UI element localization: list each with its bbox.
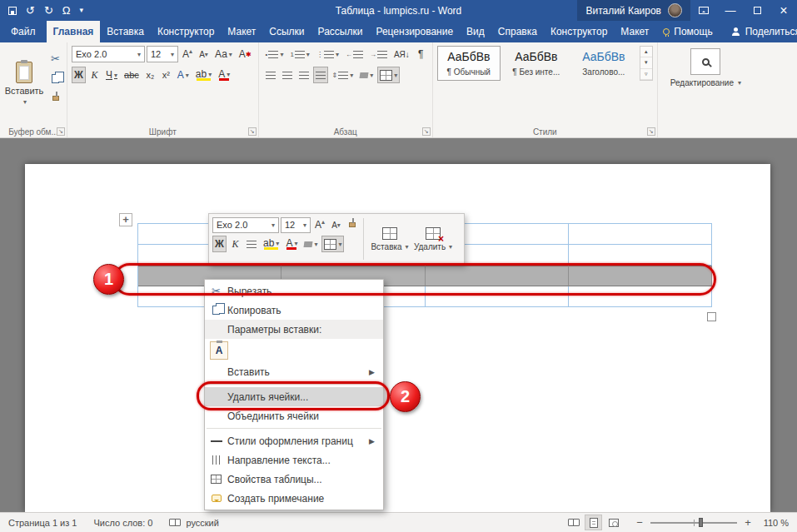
table-cell[interactable] (569, 224, 712, 245)
ribbon-display-options-icon[interactable] (690, 0, 717, 21)
account-block[interactable]: Виталий Каиров (577, 0, 690, 21)
maximize-button[interactable] (744, 0, 770, 21)
mini-shrink-font-button[interactable]: А▾ (329, 216, 343, 233)
menu-item-border-styles[interactable]: Стили оформления границ ▶ (205, 431, 383, 450)
tab-table-design[interactable]: Конструктор (544, 21, 614, 42)
mini-italic-button[interactable]: К (228, 236, 242, 252)
tab-design[interactable]: Конструктор (151, 21, 221, 42)
word-count[interactable]: Число слов: 0 (93, 518, 152, 528)
tab-mailings[interactable]: Рассылки (311, 21, 370, 42)
zoom-slider-handle[interactable] (699, 518, 703, 527)
share-button[interactable]: Поделиться (720, 21, 797, 42)
italic-button[interactable]: К (87, 67, 102, 83)
align-center-button[interactable] (280, 67, 295, 83)
menu-item-insert[interactable]: Вставить ▶ (205, 362, 383, 381)
subscript-button[interactable]: x₂ (143, 67, 157, 83)
highlight-color-button[interactable]: ab▾ (193, 67, 214, 83)
undo-icon[interactable]: ↺ (26, 5, 35, 16)
menu-item-text-direction[interactable]: Направление текста... (205, 450, 383, 470)
minimize-button[interactable]: — (717, 0, 744, 21)
tab-table-layout[interactable]: Макет (614, 21, 655, 42)
help-button[interactable]: Помощь (655, 21, 720, 42)
mini-font-color-button[interactable]: А▾ (283, 236, 300, 252)
multilevel-list-button[interactable]: ⋮▾ (314, 46, 341, 62)
avatar[interactable] (668, 3, 682, 17)
mini-shading-button[interactable]: ▾ (301, 236, 320, 252)
mini-highlight-button[interactable]: ab▾ (261, 236, 281, 252)
close-button[interactable]: × (770, 0, 797, 21)
styles-dialog-launcher[interactable]: ↘ (647, 127, 655, 136)
table-move-handle[interactable]: + (119, 213, 132, 226)
scroll-down-icon[interactable]: ▾ (640, 57, 652, 68)
align-right-button[interactable] (296, 67, 311, 83)
font-color-button[interactable]: А▾ (216, 67, 232, 83)
omega-symbol-icon[interactable]: Ω (62, 5, 71, 16)
text-effects-button[interactable]: А▾ (175, 67, 192, 83)
mini-font-size-select[interactable]: 12▾ (281, 217, 311, 233)
scroll-up-icon[interactable]: ▴ (640, 47, 652, 57)
style-no-spacing[interactable]: АаБбВв ¶ Без инте... (505, 46, 568, 81)
tab-view[interactable]: Вид (460, 21, 491, 42)
clear-formatting-button[interactable]: А✱ (237, 46, 254, 62)
tab-references[interactable]: Ссылки (262, 21, 311, 42)
tab-help-ref[interactable]: Справка (491, 21, 544, 42)
format-painter-button[interactable] (48, 90, 62, 107)
mini-font-name-select[interactable]: Exo 2.0▾ (212, 217, 279, 233)
zoom-level[interactable]: 110 % (759, 518, 789, 528)
borders-button[interactable]: ▾ (377, 67, 400, 83)
save-icon[interactable] (8, 7, 17, 15)
menu-paste-option-keep-text[interactable]: А (205, 339, 383, 362)
tab-layout[interactable]: Макет (221, 21, 262, 42)
mini-styles-button[interactable] (244, 236, 259, 252)
zoom-out-button[interactable]: − (635, 516, 645, 529)
tab-review[interactable]: Рецензирование (369, 21, 460, 42)
mini-insert-button[interactable]: Вставка▾ (368, 216, 411, 261)
language-indicator[interactable]: русский (169, 518, 218, 528)
print-layout-button[interactable] (585, 515, 602, 530)
font-dialog-launcher[interactable]: ↘ (248, 127, 257, 136)
bullets-button[interactable]: •▾ (263, 46, 286, 62)
mini-grow-font-button[interactable]: А▴ (312, 216, 327, 233)
sort-button[interactable]: АЯ↓ (391, 46, 412, 62)
decrease-indent-button[interactable]: ← (343, 46, 366, 62)
superscript-button[interactable]: x² (159, 67, 173, 83)
strikethrough-button[interactable]: abc (122, 67, 142, 83)
font-size-select[interactable]: 12▾ (147, 46, 178, 62)
customize-qat-icon[interactable]: ▾ (80, 7, 84, 14)
increase-indent-button[interactable]: → (367, 46, 390, 62)
editing-menu-button[interactable]: Редактирование ▾ (670, 78, 741, 87)
change-case-button[interactable]: Аа▾ (212, 46, 235, 62)
mini-format-painter-button[interactable] (345, 216, 359, 233)
table-resize-handle[interactable] (707, 312, 716, 321)
web-layout-button[interactable] (605, 515, 622, 530)
grow-font-button[interactable]: А▴ (180, 46, 195, 62)
paragraph-dialog-launcher[interactable]: ↘ (422, 127, 431, 136)
mini-delete-button[interactable]: Удалить▾ (411, 216, 455, 261)
page-indicator[interactable]: Страница 1 из 1 (8, 518, 77, 528)
read-mode-button[interactable] (565, 515, 582, 530)
mini-bold-button[interactable]: Ж (212, 236, 227, 252)
paste-button[interactable]: Вставить ▾ (4, 46, 44, 121)
style-heading1[interactable]: АаБбВв Заголово... (572, 46, 635, 81)
styles-gallery-expand-icon[interactable]: ▿ (640, 69, 652, 80)
bold-button[interactable]: Ж (72, 67, 86, 83)
cut-button[interactable]: ✂ (48, 50, 62, 67)
font-name-select[interactable]: Exo 2.0▾ (72, 46, 145, 62)
zoom-in-button[interactable]: + (743, 516, 753, 529)
align-left-button[interactable] (263, 67, 278, 83)
shading-button[interactable]: ▾ (357, 67, 376, 83)
menu-item-new-comment[interactable]: Создать примечание (205, 489, 383, 508)
menu-item-copy[interactable]: Копировать (205, 301, 383, 320)
underline-button[interactable]: Ч▾ (103, 67, 120, 83)
numbering-button[interactable]: 1▾ (287, 46, 311, 62)
tab-home[interactable]: Главная (47, 21, 101, 42)
line-spacing-button[interactable]: ⇕▾ (330, 67, 356, 83)
mini-borders-button[interactable]: ▾ (321, 236, 344, 252)
shrink-font-button[interactable]: А▾ (197, 46, 211, 62)
justify-button[interactable] (313, 67, 328, 83)
zoom-slider[interactable] (650, 522, 737, 524)
pilcrow-button[interactable]: ¶ (414, 46, 428, 62)
redo-icon[interactable]: ↻ (44, 5, 53, 16)
style-normal[interactable]: АаБбВв ¶ Обычный (437, 46, 501, 81)
tab-insert[interactable]: Вставка (100, 21, 151, 42)
